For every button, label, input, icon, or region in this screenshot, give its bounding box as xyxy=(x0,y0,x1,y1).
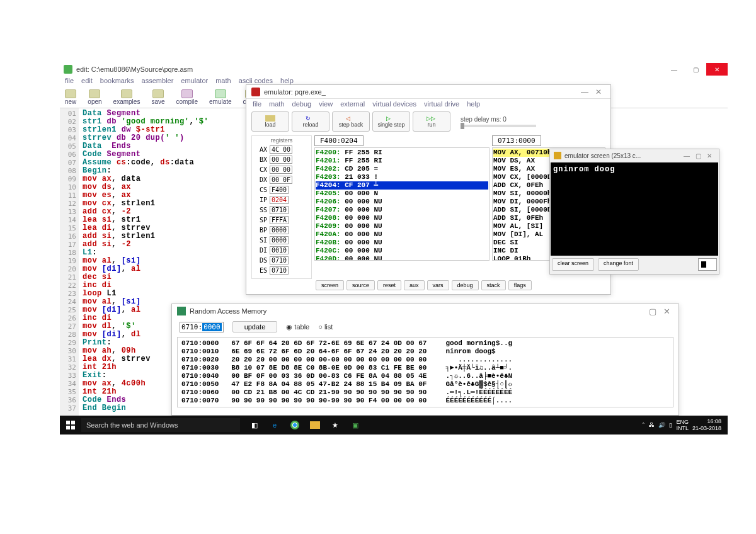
taskview-icon[interactable]: ◧ xyxy=(245,416,264,435)
emulator-screen-window[interactable]: emulator screen (25x13 c... — ▢ ✕ gninro… xyxy=(549,149,719,275)
scr-close[interactable]: ✕ xyxy=(704,152,715,159)
app-icon-2[interactable]: ▣ xyxy=(346,416,365,435)
registers-panel: registers AX4C 00 BX00 00 CX00 00 DX00 0… xyxy=(251,135,312,279)
svg-rect-3 xyxy=(71,426,75,429)
emulator-title: emulator: pqre.exe_ xyxy=(264,88,326,96)
minimize-button[interactable]: — xyxy=(663,63,685,76)
reg-sp[interactable]: FFFA xyxy=(270,216,289,224)
chrome-icon[interactable] xyxy=(285,416,304,435)
menu-math[interactable]: math xyxy=(215,77,231,86)
tool-open[interactable]: open xyxy=(88,89,101,105)
edge-icon[interactable]: e xyxy=(265,416,284,435)
emu-menu-vdev[interactable]: virtual devices xyxy=(372,100,416,109)
reg-ds[interactable]: 0710 xyxy=(270,256,289,264)
btn-debug[interactable]: debug xyxy=(452,280,479,290)
menu-emulator[interactable]: emulator xyxy=(181,77,208,86)
reg-si[interactable]: 0000 xyxy=(270,236,289,244)
reg-cx[interactable]: 00 00 xyxy=(270,166,292,174)
search-input[interactable]: Search the web and Windows xyxy=(81,418,240,432)
run-button[interactable]: ▷▷run xyxy=(413,111,450,132)
emu-minimize[interactable]: — xyxy=(578,88,592,96)
btn-stack[interactable]: stack xyxy=(481,280,506,290)
reg-ip[interactable]: 0204 xyxy=(270,196,289,204)
emulator-menu-bar: file math debug view external virtual de… xyxy=(246,99,610,110)
svg-rect-2 xyxy=(66,426,70,429)
step-delay-slider[interactable]: step delay ms: 0 xyxy=(461,116,536,127)
clear-screen-button[interactable]: clear screen xyxy=(552,258,594,271)
taskbar: Search the web and Windows ◧ e ★ ▣ ˄ 🖧 🔊… xyxy=(60,416,728,435)
tool-new[interactable]: new xyxy=(65,89,76,105)
emu-menu-view[interactable]: view xyxy=(319,100,333,109)
menu-assembler[interactable]: assembler xyxy=(142,77,174,86)
cursor-preview xyxy=(698,258,717,271)
svg-rect-1 xyxy=(71,421,75,424)
reg-cs[interactable]: F400 xyxy=(270,186,289,194)
emu-menu-vdrive[interactable]: virtual drive xyxy=(424,100,459,109)
ram-dump[interactable]: 0710:0000 67 6F 6F 64 20 6D 6F 72-6E 69 … xyxy=(177,337,673,407)
screen-titlebar[interactable]: emulator screen (25x13 c... — ▢ ✕ xyxy=(550,149,719,162)
btn-reset[interactable]: reset xyxy=(377,280,401,290)
app-icon-1[interactable]: ★ xyxy=(326,416,345,435)
emulator-titlebar[interactable]: emulator: pqre.exe_ — ✕ xyxy=(246,85,610,99)
hex-dump-list[interactable]: F4200: FF 255 RIF4201: FF 255 RIF4202: C… xyxy=(314,147,490,261)
btn-vars[interactable]: vars xyxy=(427,280,449,290)
memory-address-left[interactable]: F400:0204 xyxy=(314,135,364,146)
reg-bx[interactable]: 00 00 xyxy=(270,156,292,164)
clock[interactable]: 16:0821-03-2018 xyxy=(692,418,721,432)
reg-di[interactable]: 0010 xyxy=(270,246,289,254)
ram-titlebar[interactable]: Random Access Memory ▢ ✕ xyxy=(172,304,679,318)
menu-edit[interactable]: edit xyxy=(81,77,93,86)
screen-output: gninrom doog xyxy=(551,162,718,256)
radio-list[interactable]: ○ list xyxy=(318,323,333,331)
close-button[interactable]: ✕ xyxy=(706,63,728,76)
tool-save[interactable]: save xyxy=(151,89,164,105)
explorer-icon[interactable] xyxy=(310,421,320,429)
btn-source[interactable]: source xyxy=(346,280,375,290)
emu-menu-help[interactable]: help xyxy=(467,100,480,109)
tool-compile[interactable]: compile xyxy=(176,89,198,105)
svg-rect-0 xyxy=(66,421,70,424)
load-button[interactable]: load xyxy=(251,111,289,132)
btn-aux[interactable]: aux xyxy=(404,280,425,290)
system-tray[interactable]: ˄ 🖧 🔊 ▯ ENGINTL 16:0821-03-2018 xyxy=(642,418,728,432)
reg-es[interactable]: 0710 xyxy=(270,266,289,275)
change-font-button[interactable]: change font xyxy=(598,258,639,271)
emu-menu-debug[interactable]: debug xyxy=(292,100,312,109)
ram-window[interactable]: Random Access Memory ▢ ✕ 0710:0000 updat… xyxy=(171,304,679,416)
emu-close[interactable]: ✕ xyxy=(592,88,605,96)
ram-address-input[interactable]: 0710:0000 xyxy=(180,322,224,332)
scr-min[interactable]: — xyxy=(681,152,692,159)
editor-titlebar[interactable]: edit: C:\emu8086\MySource\pqre.asm — ▢ ✕ xyxy=(60,63,728,76)
stepback-button[interactable]: ◁step back xyxy=(332,111,370,132)
code-address-right[interactable]: 0713:0000 xyxy=(492,135,541,146)
scr-max[interactable]: ▢ xyxy=(692,152,704,159)
menu-bookmarks[interactable]: bookmarks xyxy=(100,77,134,86)
battery-icon[interactable]: ▯ xyxy=(669,422,672,428)
chevron-up-icon[interactable]: ˄ xyxy=(642,422,645,428)
btn-flags[interactable]: flags xyxy=(508,280,532,290)
reg-ss[interactable]: 0710 xyxy=(270,206,289,214)
ram-close[interactable]: ✕ xyxy=(660,307,673,316)
volume-icon[interactable]: 🔊 xyxy=(658,422,665,428)
update-button[interactable]: update xyxy=(232,321,278,332)
ram-max[interactable]: ▢ xyxy=(646,307,660,316)
tool-examples[interactable]: examples xyxy=(113,89,140,105)
maximize-button[interactable]: ▢ xyxy=(685,63,706,76)
start-button[interactable] xyxy=(60,416,81,435)
emu-menu-file[interactable]: file xyxy=(253,100,261,109)
network-icon[interactable]: 🖧 xyxy=(649,422,655,428)
emu-menu-math[interactable]: math xyxy=(269,100,284,109)
reg-dx[interactable]: 00 0F xyxy=(270,176,292,184)
reg-ax[interactable]: 4C 00 xyxy=(270,145,292,154)
radio-table[interactable]: ◉ table xyxy=(286,323,309,331)
btn-screen[interactable]: screen xyxy=(316,280,344,290)
reg-bp[interactable]: 0000 xyxy=(270,226,289,234)
menu-file[interactable]: file xyxy=(65,77,74,86)
reload-button[interactable]: ↻reload xyxy=(292,111,329,132)
tool-emulate[interactable]: emulate xyxy=(209,89,232,105)
emu-menu-external[interactable]: external xyxy=(340,100,365,109)
editor-title: edit: C:\emu8086\MySource\pqre.asm xyxy=(76,65,193,73)
singlestep-button[interactable]: ▷single step xyxy=(372,111,410,132)
line-gutter: 01 02 03 04 05 06 07 08 09 10 11 12 13 1… xyxy=(60,108,79,418)
emulator-bottom-buttons: screen source reset aux vars debug stack… xyxy=(316,280,532,290)
